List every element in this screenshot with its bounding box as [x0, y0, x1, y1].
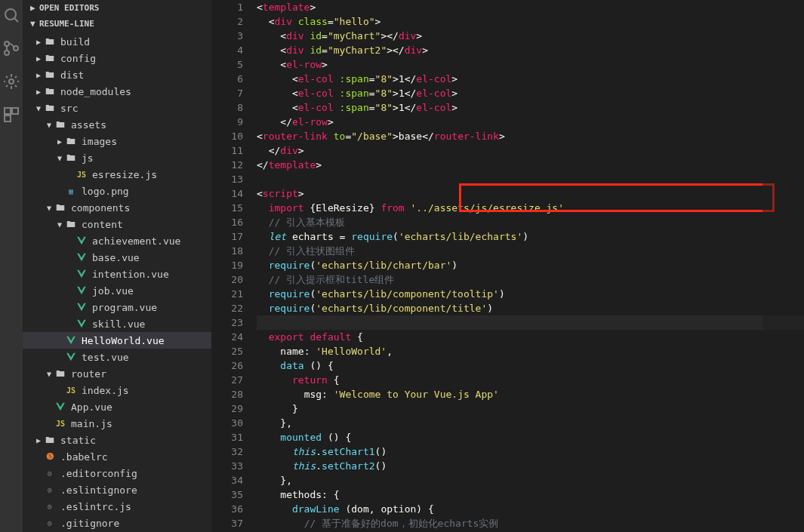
code-line-36[interactable]: drawLine (dom, option) {	[257, 502, 804, 516]
folder-js[interactable]: ▼js	[23, 149, 211, 166]
folder-build[interactable]: ▶build	[23, 33, 211, 50]
line-number: 1	[211, 0, 243, 14]
code-line-18[interactable]: // 引入柱状图组件	[257, 244, 804, 258]
file-intention.vue[interactable]: intention.vue	[23, 266, 211, 282]
file-main.js[interactable]: JSmain.js	[23, 415, 211, 432]
dot-icon: ❺	[44, 451, 56, 463]
code-line-19[interactable]: require('echarts/lib/chart/bar')	[257, 258, 804, 272]
svg-point-4	[9, 79, 14, 84]
cfg-icon: ⚙	[44, 467, 56, 479]
vue-icon	[54, 401, 66, 413]
file-test.vue[interactable]: test.vue	[23, 349, 211, 365]
code-line-23[interactable]	[257, 315, 804, 330]
code-line-15[interactable]: import {EleResize} from '../assets/js/es…	[257, 201, 804, 215]
project-header[interactable]: ▼RESUME-LINE	[23, 16, 211, 32]
cfg-icon: ⚙	[44, 484, 56, 496]
code-line-13[interactable]	[257, 172, 804, 186]
code-line-29[interactable]: }	[257, 401, 804, 416]
code-line-27[interactable]: return {	[257, 373, 804, 387]
code-line-1[interactable]: <template>	[257, 0, 804, 14]
extensions-icon[interactable]	[2, 106, 20, 124]
file-skill.vue[interactable]: skill.vue	[23, 315, 211, 332]
code-line-28[interactable]: msg: 'Welcome to Your Vue.js App'	[257, 387, 804, 401]
code-line-25[interactable]: name: 'HelloWorld',	[257, 344, 804, 358]
code-line-22[interactable]: require('echarts/lib/component/title')	[257, 301, 804, 315]
code-line-34[interactable]: },	[257, 473, 804, 487]
file-index.js[interactable]: JSindex.js	[23, 382, 211, 398]
vue-icon	[65, 351, 77, 363]
code-line-5[interactable]: <el-row>	[257, 57, 804, 72]
code-line-14[interactable]: <script>	[257, 186, 804, 201]
vue-icon	[75, 301, 88, 313]
line-number: 21	[211, 287, 243, 301]
code-line-4[interactable]: <div id="myChart2"></div>	[257, 43, 804, 57]
code-line-26[interactable]: data () {	[257, 358, 804, 373]
open-editors-header[interactable]: ▶OPEN EDITORS	[23, 0, 211, 16]
code-line-31[interactable]: mounted () {	[257, 430, 804, 444]
scm-icon[interactable]	[2, 39, 20, 57]
folder-router[interactable]: ▼router	[23, 365, 211, 382]
code-line-12[interactable]: </template>	[257, 158, 804, 172]
file-HelloWorld.vue[interactable]: HelloWorld.vue	[23, 332, 211, 349]
file-.eslintrc.js[interactable]: ⚙.eslintrc.js	[23, 498, 211, 515]
line-number: 4	[211, 43, 243, 57]
code-line-33[interactable]: this.setChart2()	[257, 459, 804, 473]
code-line-8[interactable]: <el-col :span="8">1</el-col>	[257, 100, 804, 115]
code-line-20[interactable]: // 引入提示框和title组件	[257, 272, 804, 287]
folder-src[interactable]: ▼src	[23, 100, 211, 116]
file-esresize.js[interactable]: JSesresize.js	[23, 166, 211, 183]
folder-components[interactable]: ▼components	[23, 199, 211, 216]
line-number: 19	[211, 258, 243, 272]
code-line-21[interactable]: require('echarts/lib/component/tooltip')	[257, 287, 804, 301]
folder-dist[interactable]: ▶dist	[23, 66, 211, 83]
file-.babelrc[interactable]: ❺.babelrc	[23, 448, 211, 465]
folder-static[interactable]: ▶static	[23, 432, 211, 448]
file-App.vue[interactable]: App.vue	[23, 398, 211, 415]
code-line-35[interactable]: methods: {	[257, 487, 804, 502]
folder-config[interactable]: ▶config	[23, 50, 211, 66]
file-.eslintignore[interactable]: ⚙.eslintignore	[23, 481, 211, 498]
file-base.vue[interactable]: base.vue	[23, 249, 211, 266]
folder-images[interactable]: ▶images	[23, 133, 211, 149]
folder-assets[interactable]: ▼assets	[23, 116, 211, 133]
code-line-9[interactable]: </el-row>	[257, 115, 804, 129]
code-line-2[interactable]: <div class="hello">	[257, 14, 804, 29]
tree-item-label: static	[60, 435, 96, 446]
folder-node_modules[interactable]: ▶node_modules	[23, 83, 211, 100]
tree-item-label: skill.vue	[92, 318, 145, 330]
code-line-10[interactable]: <router-link to="/base">base</router-lin…	[257, 129, 804, 143]
file-achievement.vue[interactable]: achievement.vue	[23, 232, 211, 249]
line-number: 26	[211, 358, 243, 373]
code-line-24[interactable]: export default {	[257, 330, 804, 344]
editor[interactable]: 1234567891011121314151617181920212223242…	[211, 0, 804, 532]
file-program.vue[interactable]: program.vue	[23, 299, 211, 315]
file-logo.png[interactable]: ▦logo.png	[23, 183, 211, 199]
code-line-11[interactable]: </div>	[257, 143, 804, 158]
cfg-icon: ⚙	[44, 517, 56, 529]
tree-item-label: job.vue	[92, 285, 134, 297]
minimap[interactable]	[762, 0, 804, 532]
chevron-down-icon: ▼	[54, 154, 65, 162]
code-area[interactable]: <template> <div class="hello"> <div id="…	[257, 0, 804, 530]
tree-item-label: base.vue	[92, 252, 140, 263]
code-line-7[interactable]: <el-col :span="8">1</el-col>	[257, 86, 804, 100]
debug-icon[interactable]	[2, 72, 20, 91]
folder-content[interactable]: ▼content	[23, 216, 211, 232]
code-line-37[interactable]: // 基于准备好的dom，初始化echarts实例	[257, 516, 804, 530]
search-icon[interactable]	[2, 6, 20, 24]
svg-rect-6	[12, 108, 18, 114]
code-line-17[interactable]: let echarts = require('echarts/lib/echar…	[257, 229, 804, 244]
svg-point-2	[5, 51, 9, 55]
file-.gitignore[interactable]: ⚙.gitignore	[23, 515, 211, 531]
chevron-right-icon: ▶	[33, 71, 44, 79]
file-job.vue[interactable]: job.vue	[23, 282, 211, 299]
code-line-6[interactable]: <el-col :span="8">1</el-col>	[257, 72, 804, 86]
js-icon: JS	[75, 168, 88, 180]
code-line-3[interactable]: <div id="myChart"></div>	[257, 29, 804, 43]
line-number: 2	[211, 14, 243, 29]
code-line-16[interactable]: // 引入基本模板	[257, 215, 804, 229]
folder-icon	[54, 118, 66, 131]
file-.editorconfig[interactable]: ⚙.editorconfig	[23, 465, 211, 481]
code-line-32[interactable]: this.setChart1()	[257, 444, 804, 459]
code-line-30[interactable]: },	[257, 416, 804, 430]
